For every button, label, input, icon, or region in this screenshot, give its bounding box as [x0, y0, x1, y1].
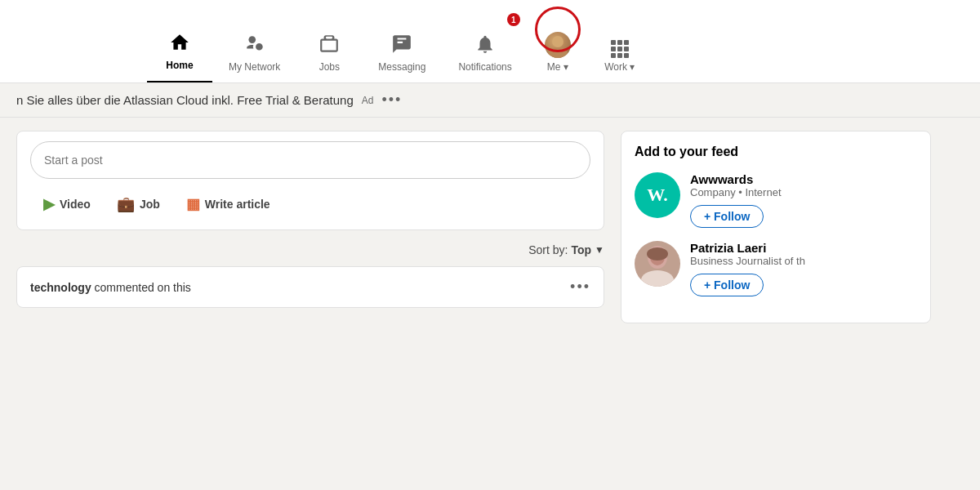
composer-video-label: Video — [60, 198, 91, 211]
nav-items: Home My Network Jobs Messaging 1 N — [147, 0, 653, 82]
ad-banner: n Sie alles über die Atlassian Cloud ink… — [0, 83, 980, 118]
nav-item-me[interactable]: Me ▾ — [528, 0, 587, 82]
sort-bar: Sort by: Top ▼ — [16, 237, 604, 260]
composer-input[interactable] — [30, 141, 590, 179]
notification-badge: 1 — [507, 13, 520, 26]
suggestion-awwwards-name: Awwwards — [690, 172, 917, 186]
patrizia-follow-button[interactable]: + Follow — [690, 274, 764, 296]
suggestion-patrizia-avatar — [635, 241, 680, 287]
nav-work-label: Work ▾ — [604, 61, 635, 73]
nav-item-messaging[interactable]: Messaging — [362, 0, 442, 82]
post-action-desc: commented on this — [95, 281, 191, 294]
ad-options-button[interactable]: ••• — [381, 91, 402, 109]
feed-suggestions-title: Add to your feed — [635, 145, 917, 159]
suggestion-awwwards-sub: Company • Internet — [690, 186, 917, 198]
ad-text: n Sie alles über die Atlassian Cloud ink… — [16, 93, 354, 107]
suggestion-patrizia-name: Patrizia Laeri — [690, 241, 917, 255]
nav-home-label: Home — [166, 60, 193, 71]
nav-jobs-label: Jobs — [319, 61, 340, 73]
composer-actions: ▶ Video 💼 Job ▦ Write article — [30, 185, 590, 220]
post-more-button[interactable]: ••• — [570, 278, 590, 296]
composer-job-label: Job — [140, 198, 160, 211]
svg-point-5 — [641, 270, 674, 287]
composer-video-button[interactable]: ▶ Video — [30, 189, 104, 220]
nav-notifications-label: Notifications — [458, 61, 511, 73]
sort-label-text: Sort by: — [528, 243, 568, 256]
composer-article-label: Write article — [205, 198, 270, 211]
post-author-name: technology — [30, 281, 91, 294]
sort-value: Top — [571, 243, 591, 256]
nav-messaging-label: Messaging — [378, 61, 425, 73]
sort-chevron-icon[interactable]: ▼ — [595, 244, 604, 256]
ad-label: Ad — [362, 95, 374, 106]
nav-item-notifications[interactable]: 1 Notifications — [442, 0, 528, 82]
awwwards-avatar-letter: W. — [647, 185, 667, 206]
nav-me-label: Me ▾ — [547, 61, 568, 73]
awwwards-follow-button[interactable]: + Follow — [690, 205, 764, 228]
suggestion-awwwards-avatar: W. — [635, 172, 680, 218]
nav-item-jobs[interactable]: Jobs — [296, 0, 362, 82]
composer-job-button[interactable]: 💼 Job — [104, 189, 173, 220]
composer-article-button[interactable]: ▦ Write article — [173, 189, 283, 220]
job-icon: 💼 — [117, 195, 135, 213]
home-icon — [169, 32, 190, 56]
suggestion-awwwards: W. Awwwards Company • Internet + Follow — [635, 172, 917, 228]
right-sidebar: Add to your feed W. Awwwards Company • I… — [621, 131, 931, 323]
messaging-icon — [391, 33, 412, 58]
svg-point-6 — [647, 247, 668, 261]
post-author: technology commented on this — [30, 281, 191, 294]
feed-suggestions: Add to your feed W. Awwwards Company • I… — [621, 131, 931, 323]
navbar: Home My Network Jobs Messaging 1 N — [0, 0, 980, 83]
post-header: technology commented on this ••• — [30, 278, 590, 296]
suggestion-patrizia-info: Patrizia Laeri Business Journalist of th… — [690, 241, 917, 296]
nav-mynetwork-label: My Network — [229, 61, 280, 73]
nav-item-work[interactable]: Work ▾ — [587, 0, 653, 82]
svg-point-0 — [248, 36, 256, 43]
nav-item-home[interactable]: Home — [147, 0, 212, 82]
jobs-icon — [318, 33, 340, 58]
nav-item-my-network[interactable]: My Network — [212, 0, 296, 82]
video-icon: ▶ — [43, 195, 55, 213]
post-card: technology commented on this ••• — [16, 266, 604, 308]
notifications-icon — [474, 33, 496, 58]
post-composer: ▶ Video 💼 Job ▦ Write article — [16, 131, 604, 230]
feed-area: ▶ Video 💼 Job ▦ Write article Sort by: T… — [16, 131, 604, 323]
suggestion-patrizia-sub: Business Journalist of th — [690, 255, 917, 267]
suggestion-patrizia: Patrizia Laeri Business Journalist of th… — [635, 241, 917, 296]
main-content: ▶ Video 💼 Job ▦ Write article Sort by: T… — [0, 118, 980, 336]
me-circle-highlight — [535, 7, 581, 52]
suggestion-awwwards-info: Awwwards Company • Internet + Follow — [690, 172, 917, 228]
my-network-icon — [244, 33, 265, 58]
article-icon: ▦ — [186, 195, 200, 213]
work-grid-icon — [611, 40, 629, 58]
